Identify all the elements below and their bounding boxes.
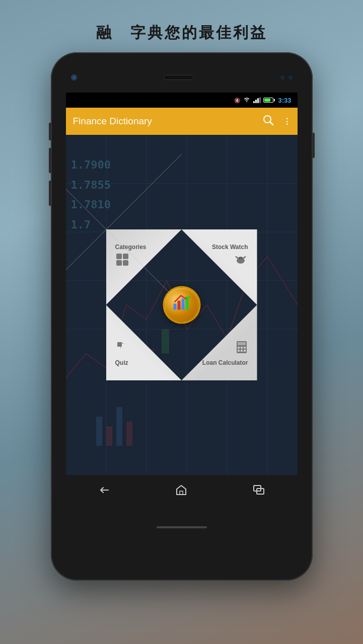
svg-rect-39 <box>182 299 185 310</box>
svg-rect-15 <box>96 417 102 446</box>
phone-screen: 🔇 3:33 <box>66 93 298 505</box>
back-button[interactable] <box>88 480 120 500</box>
app-title: Finance Dictionary <box>73 116 263 127</box>
app-toolbar: Finance Dictionary ⋮ <box>66 108 298 135</box>
more-options-icon[interactable]: ⋮ <box>283 117 291 126</box>
svg-rect-38 <box>178 301 181 310</box>
phone-camera <box>71 74 77 80</box>
mute-icon: 🔇 <box>234 98 240 103</box>
home-button[interactable] <box>165 480 197 500</box>
svg-rect-37 <box>174 304 177 310</box>
diamond-menu: Categories Stock Watch <box>99 222 265 388</box>
main-content: 1.7900 1.7855 1.7810 1.7 <box>66 135 298 475</box>
sensor-dot-2 <box>288 75 293 79</box>
svg-rect-18 <box>126 422 132 446</box>
phone-bottom <box>51 505 313 549</box>
phone-frame: 🔇 3:33 <box>51 52 313 581</box>
center-coin-button[interactable] <box>163 286 200 324</box>
coin-chart-icon <box>171 293 192 317</box>
nav-bar <box>66 475 298 505</box>
svg-rect-41 <box>180 491 183 495</box>
top-chinese-text: 融 字典您的最佳利益 <box>96 23 267 43</box>
status-time: 3:33 <box>278 97 291 104</box>
svg-rect-16 <box>106 426 112 446</box>
signal-icon <box>253 97 261 103</box>
sensor-dot <box>280 75 284 79</box>
battery-icon <box>263 98 273 103</box>
status-bar: 🔇 3:33 <box>66 93 298 108</box>
phone-speaker <box>164 75 194 80</box>
svg-rect-17 <box>116 407 122 446</box>
recents-button[interactable] <box>243 480 275 500</box>
svg-line-1 <box>270 122 273 125</box>
search-icon[interactable] <box>263 115 274 128</box>
wifi-icon <box>243 97 251 104</box>
